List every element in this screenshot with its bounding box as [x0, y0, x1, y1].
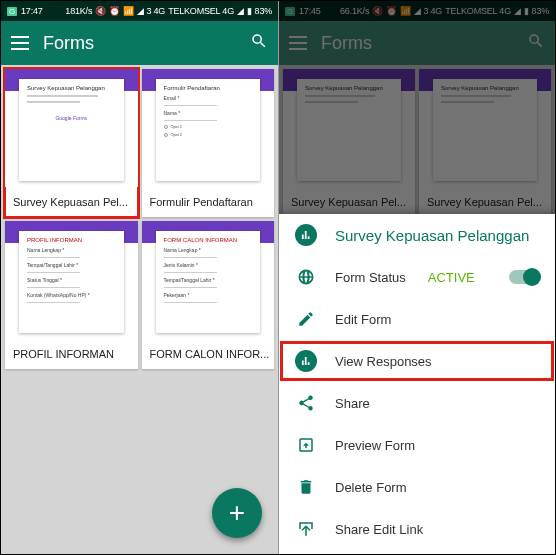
- form-card[interactable]: FORM CALON INFORMAN Nama Lengkap * Jenis…: [142, 221, 275, 369]
- form-card[interactable]: Survey Kepuasan PelangganGoogle Forms Su…: [5, 69, 138, 217]
- thumb-title: Formulir Pendaftaran: [164, 85, 253, 91]
- thumb-title: PROFIL INFORMAN: [27, 237, 116, 243]
- view-responses-label: View Responses: [335, 354, 432, 369]
- form-caption: Survey Kepuasan Pel...: [5, 187, 138, 217]
- bottom-sheet: Survey Kepuasan Pelanggan Form Status AC…: [279, 214, 555, 554]
- status-label: Form Status: [335, 270, 406, 285]
- form-caption: PROFIL INFORMAN: [5, 339, 138, 369]
- volume-icon: 🔇: [95, 6, 106, 16]
- delete-label: Delete Form: [335, 480, 407, 495]
- form-card[interactable]: PROFIL INFORMAN Nama Lengkap * Tempat/Ta…: [5, 221, 138, 369]
- search-icon[interactable]: [250, 32, 268, 54]
- battery-icon: ▮: [247, 6, 252, 16]
- app-bar: Forms: [1, 21, 278, 65]
- form-status-row[interactable]: Form Status ACTIVE: [279, 256, 555, 298]
- status-speed: 181K/s: [65, 6, 92, 16]
- form-caption: FORM CALON INFOR...: [142, 339, 275, 369]
- export-icon: [295, 518, 317, 540]
- globe-icon: [295, 266, 317, 288]
- share-icon: [295, 392, 317, 414]
- preview-label: Preview Form: [335, 438, 415, 453]
- wifi-icon: 📶: [123, 6, 134, 16]
- menu-icon[interactable]: [11, 36, 29, 50]
- sheet-title-row: Survey Kepuasan Pelanggan: [279, 214, 555, 256]
- status-battery: 83%: [255, 6, 272, 16]
- share-row[interactable]: Share: [279, 382, 555, 424]
- forms-grid: Survey Kepuasan PelangganGoogle Forms Su…: [1, 65, 278, 554]
- edit-label: Edit Form: [335, 312, 391, 327]
- share-label: Share: [335, 396, 370, 411]
- form-card[interactable]: Formulir Pendaftaran Email * Nama * Opsi…: [142, 69, 275, 217]
- pencil-icon: [295, 308, 317, 330]
- status-value: ACTIVE: [428, 270, 475, 285]
- signal-icon-2: ◢: [237, 6, 244, 16]
- delete-row[interactable]: Delete Form: [279, 466, 555, 508]
- thumb-title: FORM CALON INFORMAN: [164, 237, 253, 243]
- status-net: 3 4G: [146, 6, 165, 16]
- share-link-row[interactable]: Share Edit Link: [279, 508, 555, 550]
- preview-row[interactable]: Preview Form: [279, 424, 555, 466]
- status-time: 17:47: [21, 6, 43, 16]
- form-caption: Formulir Pendaftaran: [142, 187, 275, 217]
- signal-icon: ◢: [137, 6, 144, 16]
- screen-left: G 17:47 181K/s 🔇 ⏰ 📶 ◢ 3 4G TELKOMSEL 4G…: [1, 1, 278, 554]
- thumb-title: Survey Kepuasan Pelanggan: [27, 85, 116, 91]
- share-link-label: Share Edit Link: [335, 522, 423, 537]
- app-title: Forms: [43, 33, 236, 54]
- preview-icon: [295, 434, 317, 456]
- alarm-icon: ⏰: [109, 6, 120, 16]
- sheet-title: Survey Kepuasan Pelanggan: [335, 227, 529, 244]
- add-form-button[interactable]: +: [212, 488, 262, 538]
- screen-right: G 17:45 66.1K/s 🔇 ⏰ 📶 ◢ 3 4G TELKOMSEL 4…: [278, 1, 555, 554]
- status-carrier: TELKOMSEL 4G: [168, 6, 234, 16]
- status-toggle[interactable]: [509, 270, 539, 284]
- view-responses-row[interactable]: View Responses: [279, 340, 555, 382]
- trash-icon: [295, 476, 317, 498]
- edit-form-row[interactable]: Edit Form: [279, 298, 555, 340]
- status-bar: G 17:47 181K/s 🔇 ⏰ 📶 ◢ 3 4G TELKOMSEL 4G…: [1, 1, 278, 21]
- chart-icon: [295, 224, 317, 246]
- chart-icon: [295, 350, 317, 372]
